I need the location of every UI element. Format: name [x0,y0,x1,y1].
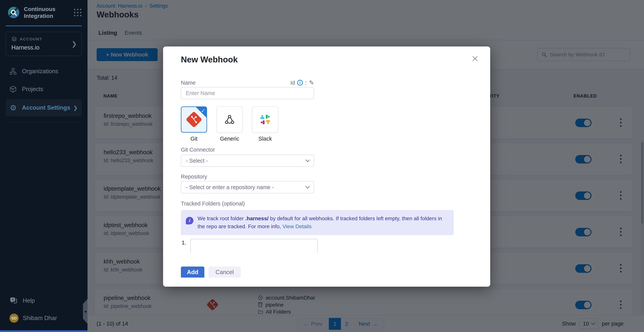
git-connector-label: Git Connector [181,147,215,153]
sidebar-item-account-settings[interactable]: ⚙ Account Settings ❯ [6,99,82,116]
git-connector-select[interactable]: - Select - [181,155,314,167]
sidebar-item-label: Projects [22,86,43,93]
svg-text:?: ? [12,298,14,302]
sidebar-item-projects[interactable]: Projects [6,81,82,97]
module-grid-icon[interactable] [73,8,82,17]
close-icon[interactable] [471,54,479,63]
type-card-generic[interactable] [216,106,243,133]
id-separator: : [305,80,307,86]
type-label-git: Git [181,136,207,142]
git-logo-icon [186,111,202,128]
add-button[interactable]: Add [181,267,204,278]
edit-id-icon[interactable]: ✎ [309,79,314,86]
sidebar-item-label: Organizations [22,68,58,75]
sidebar-bottom-accent [0,330,88,332]
tracked-folders-info-banner: i We track root folder .harness/ by defa… [181,210,454,235]
chevron-right-icon: ❯ [73,105,78,111]
info-text: We track root folder [198,216,245,221]
webhook-generic-icon [224,114,235,125]
sidebar-item-organizations[interactable]: Organizations [6,64,82,79]
chevron-down-icon [306,158,310,162]
repository-value: - Select or enter a repository name - [186,184,274,191]
help-chat-icon: ? [10,296,18,305]
account-name: Harness.io [11,44,77,51]
tracked-folder-input[interactable] [190,239,318,253]
help-label: Help [23,297,35,304]
type-card-git[interactable]: ✓ [181,106,207,133]
type-card-slack[interactable] [252,106,278,133]
tracked-folders-label: Tracked Folders (optional) [181,201,245,207]
ci-module-logo [8,7,20,19]
type-label-generic: Generic [216,136,243,142]
avatar: SD [10,314,18,323]
chevron-down-icon [306,184,310,189]
user-menu[interactable]: SD Shibam Dhar [0,309,88,330]
folder-row-index: 1. [182,240,186,246]
cube-icon [10,86,17,93]
info-bubble-icon: i [186,217,194,224]
new-webhook-dialog: New Webhook Name Id i : ✎ ✓ [163,47,490,287]
info-bold-text: .harness/ [245,216,268,221]
help-button[interactable]: ? Help [0,293,88,309]
sidebar-accent-divider [6,26,82,26]
name-label: Name [181,80,196,86]
module-title: Continuous Integration [24,6,64,19]
user-name: Shibam Dhar [23,315,57,321]
org-chart-icon [10,68,17,75]
sidebar-item-label: Account Settings [22,104,70,111]
sidebar-divider [6,122,82,122]
account-label: ACCOUNT [20,37,42,41]
gear-icon: ⚙ [10,103,17,112]
view-details-link[interactable]: View Details [282,224,312,229]
cancel-button[interactable]: Cancel [208,267,241,278]
account-selector[interactable]: ACCOUNT Harness.io ❯ [6,32,82,56]
collapse-icon: ◀ [84,310,86,313]
repository-label: Repository [181,174,207,180]
info-icon[interactable]: i [297,80,303,86]
layers-icon [11,36,17,42]
id-label: Id [290,80,295,86]
git-connector-value: - Select - [186,158,208,164]
dialog-title: New Webhook [181,55,238,64]
slack-logo-icon [260,114,271,125]
dialog-actions: Add Cancel [181,267,241,278]
sidebar: Continuous Integration ACCOUNT Harness.i… [0,0,88,332]
webhook-name-input[interactable] [181,87,314,99]
check-icon: ✓ [201,108,205,114]
repository-select[interactable]: - Select or enter a repository name - [181,181,314,193]
type-label-slack: Slack [252,136,278,142]
webhook-type-cards: ✓ [181,106,278,133]
chevron-right-icon: ❯ [72,40,77,48]
